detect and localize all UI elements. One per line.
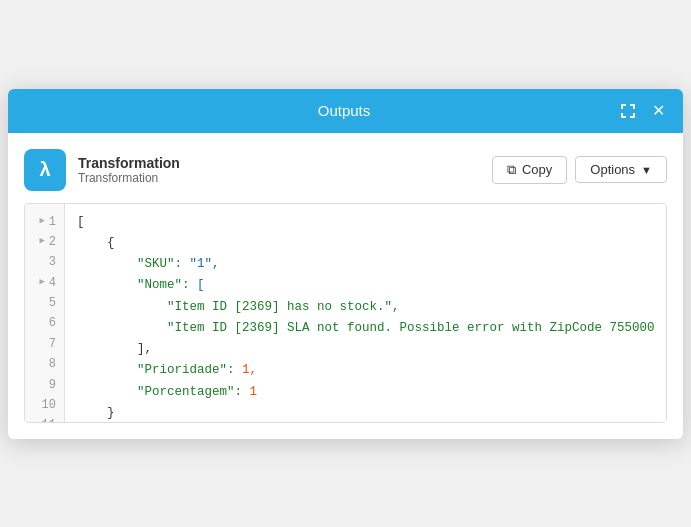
- line-number: 3: [35, 252, 56, 272]
- code-line: "Item ID [2369] has no stock.",: [77, 297, 655, 318]
- code-line: {: [77, 233, 655, 254]
- code-line: "Nome": [: [77, 275, 655, 296]
- line-number: ▶1: [35, 212, 56, 232]
- expand-button[interactable]: [616, 101, 640, 121]
- transformation-subtitle: Transformation: [78, 171, 180, 185]
- line-number: 8: [35, 354, 56, 374]
- chevron-down-icon: ▼: [641, 164, 652, 176]
- header-controls: ✕: [616, 99, 669, 122]
- code-inner: ▶1▶2 3▶4 5 6 7 8 9 10 11 [ { "SKU": "1",…: [25, 204, 667, 423]
- lambda-icon: λ: [24, 149, 66, 191]
- line-number: 6: [35, 313, 56, 333]
- svg-rect-3: [633, 104, 635, 109]
- copy-label: Copy: [522, 162, 552, 177]
- transformation-name: Transformation: [78, 155, 180, 171]
- line-number: 7: [35, 334, 56, 354]
- close-button[interactable]: ✕: [648, 99, 669, 122]
- transformation-labels: Transformation Transformation: [78, 155, 180, 185]
- line-number: 5: [35, 293, 56, 313]
- actions-bar: ⧉ Copy Options ▼: [492, 156, 667, 184]
- code-line: "SKU": "1",: [77, 254, 655, 275]
- modal-title: Outputs: [72, 102, 616, 119]
- svg-rect-5: [621, 113, 623, 118]
- line-numbers: ▶1▶2 3▶4 5 6 7 8 9 10 11: [25, 204, 65, 423]
- copy-icon: ⧉: [507, 162, 516, 178]
- transformation-header: λ Transformation Transformation ⧉ Copy O…: [24, 149, 667, 191]
- code-line: ],: [77, 339, 655, 360]
- svg-rect-1: [621, 104, 623, 109]
- line-number: 10: [35, 395, 56, 415]
- lambda-symbol: λ: [39, 158, 50, 181]
- line-number: ▶4: [35, 273, 56, 293]
- modal-body: λ Transformation Transformation ⧉ Copy O…: [8, 133, 683, 439]
- options-label: Options: [590, 162, 635, 177]
- code-line: "Prioridade": 1,: [77, 360, 655, 381]
- options-button[interactable]: Options ▼: [575, 156, 667, 183]
- transformation-info: λ Transformation Transformation: [24, 149, 180, 191]
- code-line: [: [77, 212, 655, 233]
- line-number: 11: [35, 415, 56, 422]
- close-icon: ✕: [652, 101, 665, 120]
- svg-rect-7: [633, 113, 635, 118]
- code-line: "Item ID [2369] SLA not found. Possible …: [77, 318, 655, 339]
- code-panel: ▶1▶2 3▶4 5 6 7 8 9 10 11 [ { "SKU": "1",…: [24, 203, 667, 423]
- code-line: "Porcentagem": 1: [77, 382, 655, 403]
- line-number: ▶2: [35, 232, 56, 252]
- code-content: [ { "SKU": "1", "Nome": [ "Item ID [2369…: [65, 204, 667, 423]
- outputs-modal: Outputs ✕: [8, 89, 683, 439]
- modal-header: Outputs ✕: [8, 89, 683, 133]
- line-number: 9: [35, 375, 56, 395]
- copy-button[interactable]: ⧉ Copy: [492, 156, 567, 184]
- code-line: }: [77, 403, 655, 423]
